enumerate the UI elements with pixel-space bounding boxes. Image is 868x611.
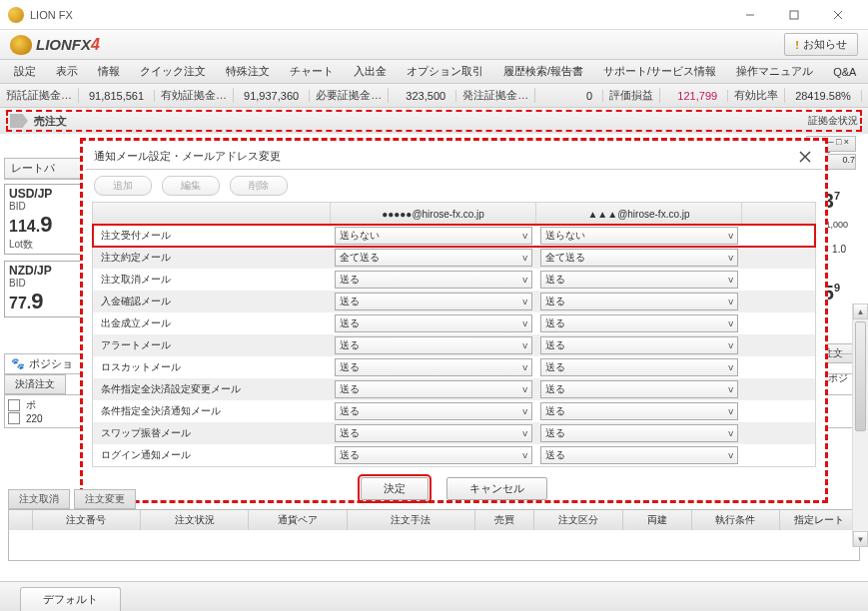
mail-select[interactable]: 送るⅴ <box>335 314 532 332</box>
scroll-thumb[interactable] <box>855 321 866 431</box>
orderlist-col-0[interactable] <box>9 510 33 530</box>
mail-row-5: アラートメール送るⅴ送るⅴ <box>93 334 815 356</box>
mail-select[interactable]: 送るⅴ <box>540 402 738 420</box>
mail-row-label: 注文約定メール <box>93 251 331 265</box>
mail-row-label: 注文取消メール <box>93 273 331 287</box>
balance-value-0: 91,815,561 <box>79 90 155 102</box>
mail-settings-dialog: 通知メール設定・メールアドレス変更 追加編集削除 ●●●●●@hirose-fx… <box>86 144 822 497</box>
chevron-down-icon: ⅴ <box>728 450 733 460</box>
mail-select[interactable]: 送るⅴ <box>540 293 738 310</box>
mail-select[interactable]: 送るⅴ <box>335 293 532 310</box>
dialog-col-email1: ●●●●●@hirose-fx.co.jp <box>331 203 536 225</box>
mail-row-label: 条件指定全決済通知メール <box>93 404 331 418</box>
chevron-down-icon: ⅴ <box>728 318 733 328</box>
mail-select[interactable]: 送るⅴ <box>540 336 738 354</box>
mail-select[interactable]: 送るⅴ <box>335 446 532 464</box>
menu-item-8[interactable]: 履歴検索/報告書 <box>493 60 593 83</box>
orderlist-tab-1[interactable]: 注文変更 <box>74 489 136 509</box>
vertical-scrollbar[interactable]: ▲ ▼ <box>852 304 868 547</box>
position-row-checkbox[interactable] <box>8 412 20 424</box>
spread-value-2: 1.0 <box>832 244 846 255</box>
mail-select[interactable]: 送るⅴ <box>540 358 738 376</box>
dialog-toolbar-1[interactable]: 編集 <box>162 176 220 196</box>
mail-select[interactable]: 送るⅴ <box>335 358 532 376</box>
mail-select[interactable]: 送るⅴ <box>335 424 532 442</box>
mail-row-9: スワップ振替メール送るⅴ送るⅴ <box>93 422 815 444</box>
menu-item-2[interactable]: 情報 <box>88 60 130 83</box>
balance-value-5: 28419.58% <box>785 90 862 102</box>
menu-item-0[interactable]: 設定 <box>4 60 46 83</box>
orderlist-col-8[interactable]: 執行条件 <box>692 510 781 530</box>
mail-select[interactable]: 送るⅴ <box>540 424 738 442</box>
mail-select[interactable]: 送らないⅴ <box>540 227 738 245</box>
orderlist-col-7[interactable]: 両建 <box>623 510 692 530</box>
chevron-down-icon: ⅴ <box>522 318 527 328</box>
orderlist-col-4[interactable]: 注文手法 <box>348 510 475 530</box>
default-tab[interactable]: デフォルト <box>20 587 121 611</box>
mail-select[interactable]: 送るⅴ <box>335 271 532 289</box>
mail-select[interactable]: 送るⅴ <box>540 446 738 464</box>
balance-label-4: 評価損益 <box>603 88 660 103</box>
chevron-down-icon: ⅴ <box>522 231 527 241</box>
mail-row-10: ログイン通知メール送るⅴ送るⅴ <box>93 444 815 466</box>
brand-logo: LIONFX4 <box>36 36 100 54</box>
mail-select[interactable]: 送るⅴ <box>335 336 532 354</box>
orderlist-col-2[interactable]: 注文状況 <box>141 510 249 530</box>
menu-item-7[interactable]: オプション取引 <box>397 60 493 83</box>
dialog-title: 通知メール設定・メールアドレス変更 <box>94 149 796 164</box>
menu-item-5[interactable]: チャート <box>280 60 344 83</box>
svg-rect-1 <box>790 11 798 19</box>
menu-item-10[interactable]: 操作マニュアル <box>726 60 823 83</box>
orderlist-col-9[interactable]: 指定レート <box>780 510 859 530</box>
chevron-down-icon: ⅴ <box>522 384 527 394</box>
chevron-down-icon: ⅴ <box>522 406 527 416</box>
mail-select[interactable]: 送るⅴ <box>335 402 532 420</box>
chevron-down-icon: ⅴ <box>522 362 527 372</box>
positions-tab[interactable]: 決済注文 <box>4 374 66 394</box>
mail-select[interactable]: 送るⅴ <box>335 380 532 398</box>
mail-row-label: 条件指定全決済設定変更メール <box>93 382 331 396</box>
mail-select[interactable]: 送るⅴ <box>540 271 738 289</box>
mail-select[interactable]: 送るⅴ <box>540 314 738 332</box>
mail-select[interactable]: 全て送るⅴ <box>335 249 532 267</box>
dialog-close-button[interactable] <box>796 148 814 166</box>
mail-select[interactable]: 送らないⅴ <box>335 227 532 245</box>
orderlist-col-3[interactable]: 通貨ペア <box>249 510 348 530</box>
dialog-toolbar-0[interactable]: 追加 <box>94 176 152 196</box>
orderlist-col-5[interactable]: 売買 <box>475 510 534 530</box>
menu-item-3[interactable]: クイック注文 <box>130 60 216 83</box>
orderlist-col-1[interactable]: 注文番号 <box>33 510 141 530</box>
menu-item-4[interactable]: 特殊注文 <box>216 60 280 83</box>
scroll-up-button[interactable]: ▲ <box>853 304 868 319</box>
menu-item-11[interactable]: Q&A <box>823 62 866 82</box>
menu-item-1[interactable]: 表示 <box>46 60 88 83</box>
chevron-down-icon: ⅴ <box>522 275 527 285</box>
brand-bar: LIONFX4 ! お知らせ <box>0 30 868 60</box>
redband-left-label: 売注文 <box>34 114 67 129</box>
orderlist-tab-0[interactable]: 注文取消 <box>8 489 70 509</box>
mail-row-label: 注文受付メール <box>93 229 331 243</box>
balance-label-3: 発注証拠金… <box>456 88 535 103</box>
mail-row-6: ロスカットメール送るⅴ送るⅴ <box>93 356 815 378</box>
mail-select[interactable]: 送るⅴ <box>540 380 738 398</box>
window-maximize-button[interactable] <box>772 1 816 29</box>
menu-bar: 設定表示情報クイック注文特殊注文チャート入出金オプション取引履歴検索/報告書サポ… <box>0 60 868 84</box>
notice-button[interactable]: ! お知らせ <box>784 33 858 56</box>
scroll-down-button[interactable]: ▼ <box>853 531 868 547</box>
balance-value-1: 91,937,360 <box>234 90 310 102</box>
balance-label-2: 必要証拠金… <box>310 88 389 103</box>
window-close-button[interactable] <box>816 1 860 29</box>
window-minimize-button[interactable] <box>728 1 772 29</box>
menu-item-6[interactable]: 入出金 <box>344 60 397 83</box>
position-checkbox[interactable] <box>8 399 20 411</box>
mail-row-8: 条件指定全決済通知メール送るⅴ送るⅴ <box>93 400 815 422</box>
orderlist-col-6[interactable]: 注文区分 <box>534 510 623 530</box>
chevron-down-icon: ⅴ <box>728 297 733 306</box>
chevron-down-icon: ⅴ <box>522 450 527 460</box>
redband-right-label: 証拠金状況 <box>808 114 858 128</box>
mail-row-label: ログイン通知メール <box>93 448 331 462</box>
mail-select[interactable]: 全て送るⅴ <box>540 249 738 267</box>
menu-item-9[interactable]: サポート/サービス情報 <box>593 60 726 83</box>
dialog-toolbar-2[interactable]: 削除 <box>230 176 288 196</box>
dialog-highlight-frame: 通知メール設定・メールアドレス変更 追加編集削除 ●●●●●@hirose-fx… <box>80 138 828 503</box>
